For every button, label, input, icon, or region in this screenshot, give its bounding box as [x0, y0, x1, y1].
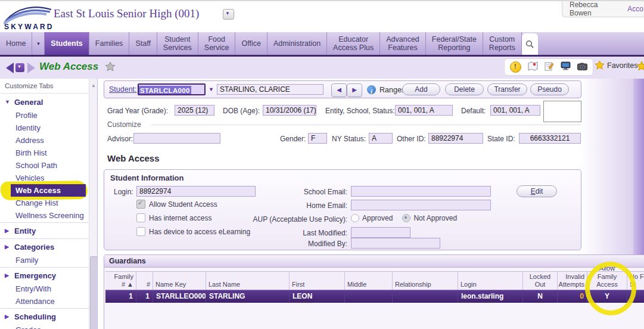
section-title: Student Information — [110, 173, 184, 182]
tab-office[interactable]: Office — [235, 32, 267, 55]
tab-educator-access-plus[interactable]: Educator Access Plus — [327, 32, 380, 55]
checkbox-allow-student-access[interactable] — [136, 200, 145, 209]
sidebar-scrollbar[interactable] — [89, 79, 98, 329]
tab-administration[interactable]: Administration — [267, 32, 327, 55]
chevron-collapsed-icon[interactable] — [5, 272, 14, 278]
tab-home[interactable]: Home — [0, 32, 32, 55]
tab-staff[interactable]: Staff — [129, 32, 157, 55]
sidebar-item-address[interactable]: Address — [0, 134, 89, 147]
radio-approved[interactable] — [351, 214, 359, 222]
student-key-input[interactable]: STARLCLA000 — [138, 83, 206, 95]
selected-key-text: STARLCLA000 — [139, 86, 191, 95]
transfer-button[interactable]: Transfer — [487, 83, 527, 95]
notes-icon[interactable] — [545, 61, 554, 73]
sidebar-item-label: Entry/With — [15, 284, 51, 293]
sidebar-item-web-access[interactable]: Web Access — [0, 184, 89, 197]
guardian-table-row[interactable]: 11STARLLEO000STARLINGLEONleon.starlingN0… — [105, 290, 644, 303]
sidebar-item-identity[interactable]: Identity — [0, 122, 89, 134]
column-header-allow-family-access[interactable]: Allow Family Access — [587, 272, 627, 290]
account-link[interactable]: Acco — [627, 5, 643, 13]
checkbox-has-internet-access[interactable] — [136, 213, 145, 222]
tab-custom-reports[interactable]: Custom Reports — [483, 32, 522, 55]
camera-icon[interactable] — [577, 62, 587, 73]
edit-button[interactable]: Edit — [517, 185, 557, 197]
sidebar-item-emergency[interactable]: Emergency — [0, 268, 89, 283]
column-header-invalid-attempts[interactable]: Invalid Attempts — [558, 272, 587, 290]
monitor-icon[interactable] — [561, 61, 571, 73]
sidebar-item-label: Entity — [14, 226, 36, 235]
favorites-label: Favorites — [607, 61, 637, 70]
aup-label: AUP (Acceptable Use Policy): — [209, 215, 347, 224]
sidebar-item-profile[interactable]: Profile — [0, 109, 89, 122]
radio-not-approved[interactable] — [402, 214, 410, 222]
favorite-page-star-icon[interactable] — [105, 61, 116, 75]
column-header-[interactable]: # — [136, 272, 153, 290]
sidebar-item-family[interactable]: Family — [0, 254, 89, 266]
column-header-name-key[interactable]: Name Key — [153, 272, 206, 290]
chevron-collapsed-icon[interactable] — [5, 314, 14, 319]
sidebar-item-general[interactable]: General — [0, 95, 89, 109]
chevron-collapsed-icon[interactable] — [5, 228, 14, 234]
column-header-relationship[interactable]: Relationship — [393, 272, 458, 290]
sidebar-item-change-hist[interactable]: Change Hist — [0, 197, 89, 209]
customize-tabs-link[interactable]: Customize Tabs — [5, 82, 54, 89]
school-selector-dropdown[interactable] — [223, 9, 234, 20]
alert-icon[interactable] — [510, 61, 521, 73]
column-header-middle[interactable]: Middle — [345, 272, 393, 290]
pseudo-button[interactable]: Pseudo — [530, 83, 569, 95]
next-student-button[interactable]: ▶ — [347, 83, 362, 97]
gender-field: F — [308, 133, 327, 144]
sidebar-item-birth-hist[interactable]: Birth Hist — [0, 147, 89, 159]
user-name[interactable]: Rebecca Bowen — [570, 1, 615, 17]
sidebar-item-wellness-screening[interactable]: Wellness Screening — [0, 209, 89, 222]
column-header-first[interactable]: First — [290, 272, 345, 290]
column-header-login[interactable]: Login — [458, 272, 523, 290]
school-email-field[interactable] — [351, 186, 491, 197]
column-header-locked-out[interactable]: Locked Out — [523, 272, 558, 290]
delete-button[interactable]: Delete — [445, 83, 484, 95]
guardian-cell-1: 1 — [136, 290, 153, 303]
map-icon[interactable] — [528, 61, 538, 73]
add-button[interactable]: Add — [402, 83, 440, 95]
sidebar-item-attendance[interactable]: Attendance — [0, 295, 89, 308]
checkbox-has-device-to-access-elearning[interactable] — [136, 227, 145, 236]
advisor-label: Advisor: — [107, 135, 133, 143]
chevron-expanded-icon[interactable] — [5, 99, 14, 105]
tab-federal-state-reporting[interactable]: Federal/State Reporting — [426, 32, 483, 55]
search-tab[interactable] — [522, 33, 538, 55]
sidebar-item-grades[interactable]: Grades — [0, 324, 89, 329]
tab-families[interactable]: Families — [89, 32, 130, 55]
home-menu-arrow-icon[interactable] — [32, 32, 45, 55]
chevron-collapsed-icon[interactable] — [5, 244, 14, 250]
student-key-dropdown-icon[interactable]: ▼ — [209, 86, 214, 92]
prev-student-button[interactable]: ◀ — [331, 83, 347, 97]
sidebar-item-school-path[interactable]: School Path — [0, 159, 89, 172]
history-dropdown-icon[interactable] — [15, 63, 24, 72]
guardian-cell-5 — [345, 290, 393, 303]
home-email-field[interactable] — [351, 200, 491, 210]
sidebar-item-label: Change Hist — [15, 198, 58, 207]
skyward-logo: SKYWARD — [4, 4, 54, 30]
sidebar-item-entity[interactable]: Entity — [0, 224, 89, 238]
sidebar-item-label: Address — [15, 136, 44, 145]
scrollbar-up-icon[interactable] — [89, 79, 98, 87]
column-header-last-name[interactable]: Last Name — [206, 272, 290, 290]
tab-student-services[interactable]: Student Services — [157, 32, 198, 55]
column-header-family[interactable]: Family # ▲ — [105, 272, 136, 290]
scrollbar-thumb[interactable] — [90, 256, 98, 329]
sidebar-item-entry-with[interactable]: Entry/With — [0, 283, 89, 295]
sidebar-item-scheduling[interactable]: Scheduling — [0, 309, 89, 324]
tab-advanced-features[interactable]: Advanced Features — [380, 32, 426, 55]
sidebar-item-categories[interactable]: Categories — [0, 240, 89, 254]
secondary-star-icon[interactable] — [636, 61, 644, 74]
tab-students[interactable]: Students — [45, 32, 89, 55]
column-header-no-fo-st[interactable]: No Fo St — [627, 272, 644, 290]
back-arrow-icon[interactable] — [6, 63, 14, 73]
ranges-info-icon[interactable] — [367, 85, 376, 94]
tab-food-service[interactable]: Food Service — [198, 32, 236, 55]
default-field: 001, 001, A — [490, 105, 540, 116]
forward-arrow-icon[interactable] — [27, 63, 35, 73]
student-link[interactable]: Student: — [109, 85, 137, 94]
customize-link[interactable]: Customize — [107, 120, 141, 129]
guardians-table: Family # ▲#Name KeyLast NameFirstMiddleR… — [105, 271, 644, 303]
